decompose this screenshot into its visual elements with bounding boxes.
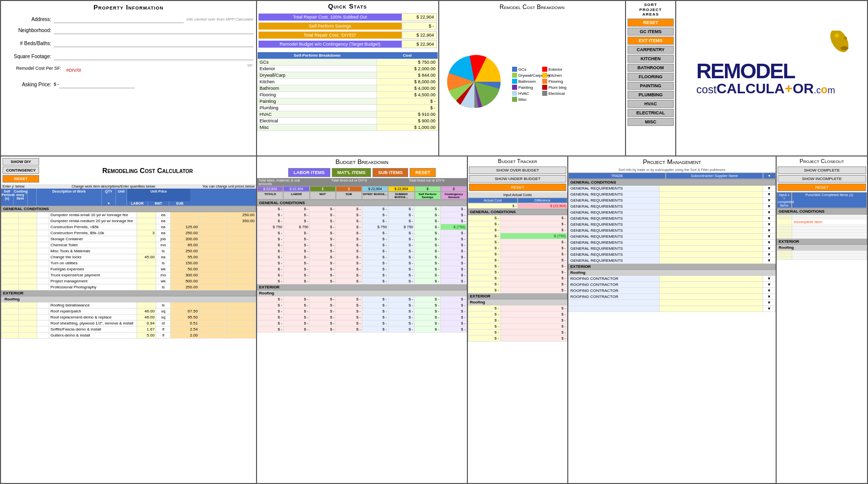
- rcc-labor-cell[interactable]: 2.00: [171, 333, 199, 339]
- pm-supplier-cell[interactable]: [659, 246, 763, 252]
- show-over-budget-button[interactable]: SHOW OVER BUDGET: [469, 167, 566, 174]
- pm-filter-cell[interactable]: ▼: [763, 306, 775, 312]
- sort-painting-button[interactable]: PAINTING: [628, 82, 674, 90]
- rcc-mat-cell[interactable]: [199, 254, 227, 260]
- pm-supplier-cell[interactable]: [659, 282, 763, 288]
- pm-filter-cell[interactable]: ▼: [763, 258, 775, 264]
- show-under-budget-button[interactable]: SHOW UNDER BUDGET: [469, 175, 566, 183]
- rcc-mat-cell[interactable]: [199, 278, 227, 284]
- pm-filter-cell[interactable]: ▼: [763, 246, 775, 252]
- rcc-sub-cell[interactable]: 350.00: [227, 218, 256, 224]
- sort-kitchen-button[interactable]: KITCHEN: [628, 55, 674, 63]
- pm-supplier-cell[interactable]: [659, 276, 763, 282]
- rcc-sub-cell[interactable]: [227, 260, 256, 266]
- tracker-actual-cell[interactable]: $ -: [468, 275, 501, 281]
- tracker-actual-cell[interactable]: $ -: [468, 251, 501, 257]
- pm-supplier-cell[interactable]: [659, 228, 763, 234]
- rcc-cont-cell[interactable]: [18, 248, 37, 254]
- rcc-mat-cell[interactable]: [199, 260, 227, 266]
- tracker-actual-cell[interactable]: $ -: [468, 263, 501, 269]
- rcc-sub-cell[interactable]: [227, 230, 256, 236]
- rcc-cont-cell[interactable]: [18, 224, 37, 230]
- rcc-qty-cell[interactable]: [137, 218, 156, 224]
- sort-plumbing-button[interactable]: PLUMBING: [628, 91, 674, 99]
- rcc-sp-cell[interactable]: [2, 327, 19, 333]
- rcc-mat-cell[interactable]: [199, 314, 227, 320]
- rcc-qty-cell[interactable]: [137, 272, 156, 278]
- rcc-qty-cell[interactable]: 46.00: [137, 314, 156, 320]
- labor-items-tab[interactable]: LABOR ITEMS: [288, 168, 330, 177]
- rcc-qty-cell[interactable]: [137, 242, 156, 248]
- rcc-sub-cell[interactable]: [227, 320, 256, 327]
- rcc-mat-cell[interactable]: [199, 248, 227, 254]
- sort-carpentry-button[interactable]: CARPENTRY: [628, 46, 674, 54]
- pm-supplier-cell[interactable]: [659, 210, 763, 216]
- rcc-qty-cell[interactable]: [137, 224, 156, 230]
- pm-supplier-cell[interactable]: [659, 288, 763, 294]
- rcc-labor-cell[interactable]: 250.00: [171, 284, 199, 290]
- tracker-actual-cell[interactable]: $ -: [468, 269, 501, 275]
- pm-filter-cell[interactable]: ▼: [763, 222, 775, 228]
- pm-filter-cell[interactable]: ▼: [763, 294, 775, 300]
- pm-supplier-cell[interactable]: [659, 204, 763, 210]
- rcc-sp-cell[interactable]: [2, 254, 19, 260]
- rcc-mat-cell[interactable]: [199, 272, 227, 278]
- rcc-sp-cell[interactable]: [2, 284, 19, 290]
- rcc-cont-cell[interactable]: [18, 320, 37, 327]
- rcc-labor-cell[interactable]: 125.00: [171, 224, 199, 230]
- rcc-labor-cell[interactable]: 500.00: [171, 278, 199, 284]
- rcc-mat-cell[interactable]: [199, 230, 227, 236]
- tracker-actual-cell[interactable]: $ -: [468, 239, 501, 245]
- sort-electrical-button[interactable]: ELECTRICAL: [628, 109, 674, 117]
- rcc-sp-cell[interactable]: [2, 230, 19, 236]
- pm-filter-cell[interactable]: ▼: [763, 228, 775, 234]
- pm-filter-cell[interactable]: ▼: [763, 252, 775, 258]
- pm-supplier-cell[interactable]: [659, 234, 763, 240]
- rcc-cont-cell[interactable]: [18, 254, 37, 260]
- rcc-labor-cell[interactable]: 200.00: [171, 236, 199, 242]
- rcc-cont-cell[interactable]: [18, 308, 37, 314]
- pm-supplier-cell[interactable]: [659, 252, 763, 258]
- pm-filter-cell[interactable]: ▼: [763, 186, 775, 192]
- rcc-sub-cell[interactable]: [227, 284, 256, 290]
- rcc-mat-cell[interactable]: [199, 218, 227, 224]
- pm-supplier-cell[interactable]: [659, 294, 763, 300]
- rcc-cont-cell[interactable]: [18, 278, 37, 284]
- rcc-labor-cell[interactable]: 250.00: [171, 230, 199, 236]
- rcc-sub-cell[interactable]: [227, 308, 256, 314]
- pm-filter-cell[interactable]: ▼: [763, 192, 775, 198]
- rcc-cont-cell[interactable]: [18, 284, 37, 290]
- rcc-sp-cell[interactable]: [2, 212, 19, 218]
- rcc-qty-cell[interactable]: 46.00: [137, 308, 156, 314]
- pm-filter-cell[interactable]: ▼: [763, 234, 775, 240]
- address-input[interactable]: [54, 15, 184, 23]
- rcc-sub-cell[interactable]: [227, 278, 256, 284]
- rcc-qty-cell[interactable]: [137, 284, 156, 290]
- pm-supplier-cell[interactable]: [659, 222, 763, 228]
- pm-supplier-cell[interactable]: [659, 216, 763, 222]
- rcc-sp-cell[interactable]: [2, 314, 19, 320]
- tracker-actual-cell[interactable]: $ -: [468, 233, 501, 239]
- rcc-qty-cell[interactable]: 45.00: [137, 254, 156, 260]
- pm-filter-cell[interactable]: ▼: [763, 276, 775, 282]
- tracker-actual-cell[interactable]: $ -: [468, 324, 501, 330]
- pm-filter-cell[interactable]: ▼: [763, 216, 775, 222]
- rcc-cont-cell[interactable]: [18, 236, 37, 242]
- rcc-qty-cell[interactable]: 0.94: [137, 320, 156, 327]
- rcc-mat-cell[interactable]: [199, 266, 227, 272]
- rcc-sp-cell[interactable]: [2, 308, 19, 314]
- rcc-sub-cell[interactable]: [227, 248, 256, 254]
- pm-supplier-cell[interactable]: [659, 192, 763, 198]
- rcc-cont-cell[interactable]: [18, 327, 37, 333]
- pm-filter-cell[interactable]: ▼: [763, 282, 775, 288]
- rcc-sub-cell[interactable]: [227, 266, 256, 272]
- rcc-mat-cell[interactable]: [199, 212, 227, 218]
- rcc-sp-cell[interactable]: [2, 242, 19, 248]
- closeout-reset-button[interactable]: RESET: [778, 184, 866, 191]
- neighborhood-input[interactable]: [54, 26, 254, 34]
- sort-ext-items-button[interactable]: EXT ITEMS: [628, 37, 674, 45]
- rcc-labor-cell[interactable]: 95.50: [171, 314, 199, 320]
- rcc-sub-cell[interactable]: [227, 236, 256, 242]
- rcc-sub-cell[interactable]: [227, 327, 256, 333]
- pm-supplier-cell[interactable]: [659, 186, 763, 192]
